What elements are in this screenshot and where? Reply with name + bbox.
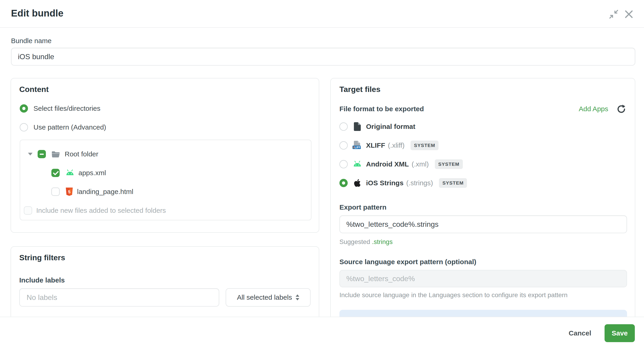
svg-text:XLIFF: XLIFF	[353, 146, 360, 149]
close-icon[interactable]	[624, 10, 634, 19]
file-format-label: File format to be exported	[340, 105, 424, 113]
collapse-icon[interactable]	[609, 10, 618, 19]
file-tree: Root folder apps.xml	[20, 140, 312, 220]
file-icon	[352, 122, 362, 131]
xliff-icon: XLIFF	[352, 140, 362, 150]
dialog-footer: Cancel Save	[0, 317, 644, 349]
html5-icon: 5	[66, 187, 73, 196]
content-title: Content	[19, 85, 310, 94]
dialog-body: Bundle name Content Select files/directo…	[0, 28, 644, 317]
label-match-value: All selected labels	[237, 294, 292, 301]
export-pattern-label: Export pattern	[340, 204, 626, 211]
apps-xml-checkbox[interactable]	[51, 169, 60, 177]
bundle-name-input[interactable]	[11, 48, 635, 66]
android-icon	[66, 169, 74, 176]
tree-row-root[interactable]: Root folder	[20, 145, 311, 164]
tree-row-file[interactable]: apps.xml	[20, 164, 311, 182]
radio-select-files[interactable]: Select files/directories	[20, 104, 310, 112]
format-option-xliff[interactable]: XLIFF XLIFF (.xliff) SYSTEM	[340, 136, 626, 155]
target-files-card: Target files File format to be exported …	[330, 78, 635, 317]
cancel-button[interactable]: Cancel	[569, 329, 591, 337]
format-option-android-xml[interactable]: Android XML (.xml) SYSTEM	[340, 155, 626, 174]
radio-unselected-icon	[20, 123, 28, 132]
radio-selected-icon	[20, 104, 28, 112]
system-badge: SYSTEM	[410, 140, 438, 150]
dialog-title: Edit bundle	[11, 8, 64, 19]
include-new-files-checkbox	[24, 206, 32, 215]
include-labels-input[interactable]	[19, 288, 219, 306]
export-pattern-input[interactable]	[340, 215, 627, 233]
landing-page-checkbox[interactable]	[51, 188, 60, 196]
content-card: Content Select files/directories Use pat…	[10, 78, 319, 233]
radio-unselected-icon	[340, 141, 348, 150]
info-alert	[340, 310, 627, 317]
file-name: apps.xml	[78, 169, 106, 177]
string-filters-title: String filters	[19, 253, 310, 262]
format-option-ios-strings[interactable]: iOS Strings (.strings) SYSTEM	[340, 174, 626, 192]
format-option-original[interactable]: Original format	[340, 117, 626, 136]
add-apps-link[interactable]: Add Apps	[579, 105, 608, 113]
file-name: landing_page.html	[77, 188, 133, 196]
target-files-title: Target files	[340, 85, 626, 94]
source-pattern-input	[340, 270, 627, 287]
android-icon	[352, 160, 362, 168]
refresh-icon[interactable]	[616, 104, 626, 114]
system-badge: SYSTEM	[435, 159, 463, 169]
source-pattern-label: Source language export pattern (optional…	[340, 258, 626, 266]
suggested-pattern: Suggested .strings	[340, 238, 626, 246]
radio-unselected-icon	[340, 122, 348, 131]
radio-selected-icon	[340, 179, 348, 187]
string-filters-card: String filters Include labels All select…	[10, 246, 319, 317]
label-match-select[interactable]: All selected labels	[226, 288, 310, 306]
include-labels-label: Include labels	[19, 276, 310, 284]
suggested-pattern-link[interactable]: .strings	[372, 238, 393, 245]
bundle-name-label: Bundle name	[11, 37, 52, 45]
radio-unselected-icon	[340, 160, 348, 168]
select-arrows-icon	[296, 294, 299, 300]
tree-row-file[interactable]: 5 landing_page.html	[20, 182, 311, 201]
dialog-header: Edit bundle	[0, 0, 644, 28]
root-folder-checkbox[interactable]	[38, 150, 46, 158]
window-buttons	[609, 10, 634, 19]
system-badge: SYSTEM	[439, 178, 467, 188]
apple-icon	[352, 179, 362, 187]
include-new-files-label: Include new files added to selected fold…	[36, 206, 166, 214]
include-new-files-row: Include new files added to selected fold…	[20, 202, 311, 218]
folder-icon	[51, 150, 60, 158]
chevron-down-icon[interactable]	[28, 153, 32, 156]
svg-text:5: 5	[68, 190, 70, 194]
source-pattern-helper: Include source language in the Languages…	[340, 292, 626, 299]
format-options-list: Original format XLIFF XLIFF (.xliff)	[340, 117, 626, 192]
save-button[interactable]: Save	[604, 324, 635, 342]
root-folder-label: Root folder	[65, 150, 98, 158]
radio-use-pattern[interactable]: Use pattern (Advanced)	[20, 123, 310, 132]
